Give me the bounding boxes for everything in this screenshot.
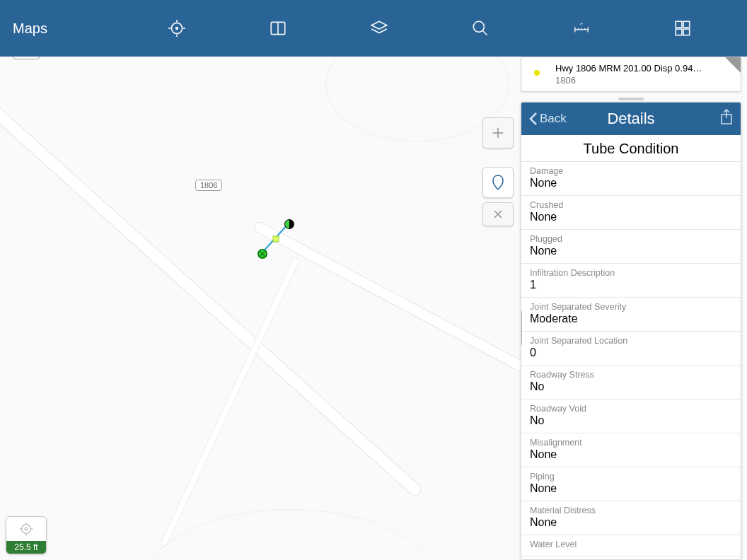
add-feature-button[interactable] <box>482 117 514 148</box>
detail-field: Joint Separated SeverityModerate <box>521 298 741 332</box>
field-label: Crushed <box>530 200 732 210</box>
card-corner-icon <box>725 57 741 73</box>
back-label: Back <box>540 112 567 126</box>
endpoint-marker[interactable] <box>284 219 294 229</box>
field-label: Material Distress <box>530 506 732 515</box>
field-value: 1 <box>530 279 732 291</box>
contour <box>325 57 509 141</box>
svg-rect-19 <box>676 29 682 35</box>
basemap-icon[interactable] <box>672 18 693 39</box>
svg-line-10 <box>482 30 487 35</box>
close-tools-button[interactable] <box>482 202 514 226</box>
feature-symbol-icon <box>534 70 540 76</box>
map-tool-column <box>482 113 516 226</box>
field-label: Misalignment <box>530 438 732 448</box>
back-button[interactable]: Back <box>528 111 567 127</box>
detail-field: Infiltration Description1 <box>521 264 741 298</box>
field-label: Plugged <box>530 234 732 244</box>
svg-rect-17 <box>676 21 682 28</box>
endpoint-marker[interactable] <box>257 249 267 259</box>
field-value: None <box>530 177 732 189</box>
svg-point-30 <box>25 527 28 530</box>
panel-grabber[interactable] <box>521 96 741 102</box>
app-title: Maps <box>13 21 112 37</box>
field-label: Roadway Void <box>530 404 732 414</box>
contour <box>141 509 439 560</box>
feature-summary-card[interactable]: Hwy 1806 MRM 201.00 Disp 0.94… 1806 <box>521 57 741 92</box>
svg-rect-18 <box>683 21 690 28</box>
field-value: None <box>530 482 732 495</box>
feature-subtitle: 1806 <box>555 75 734 86</box>
toolbar-icons <box>112 18 747 39</box>
collect-point-button[interactable] <box>482 167 514 198</box>
detail-field: DamageNone <box>521 162 741 196</box>
top-toolbar: Maps <box>0 0 747 57</box>
details-header: Back Details <box>521 103 741 135</box>
field-value: None <box>530 245 732 257</box>
field-label: Water Level <box>530 539 732 549</box>
gps-accuracy-value: 25.5 ft <box>6 541 46 554</box>
share-button[interactable] <box>719 109 734 129</box>
field-label: Roadway Stress <box>530 370 732 380</box>
detail-field: Water Level <box>521 535 741 556</box>
detail-field: PipingNone <box>521 467 741 501</box>
measure-icon[interactable] <box>571 18 592 39</box>
feature-title: Hwy 1806 MRM 201.00 Disp 0.94… <box>555 63 734 74</box>
detail-field: CrushedNone <box>521 196 741 230</box>
details-panel-stack: Hwy 1806 MRM 201.00 Disp 0.94… 1806 Back… <box>521 57 741 560</box>
route-shield: 1806 <box>13 57 40 59</box>
field-value: None <box>530 211 732 223</box>
route-shield: 1806 <box>195 180 222 191</box>
field-list[interactable]: DamageNoneCrushedNonePluggedNoneInfiltra… <box>521 161 741 559</box>
field-value: Moderate <box>530 313 732 325</box>
section-heading: Tube Condition <box>521 135 741 161</box>
road-segment <box>159 257 300 548</box>
field-value: No <box>530 414 732 427</box>
gps-accuracy-badge[interactable]: 25.5 ft <box>6 516 47 554</box>
search-icon[interactable] <box>470 18 491 39</box>
details-panel: Back Details Tube Condition DamageNoneCr… <box>521 102 741 560</box>
field-value: No <box>530 380 732 393</box>
scroll-indicator <box>521 310 522 346</box>
field-value: None <box>530 516 732 529</box>
svg-marker-8 <box>371 21 387 29</box>
svg-point-1 <box>175 27 178 30</box>
detail-field: MisalignmentNone <box>521 433 741 467</box>
detail-field: Roadway VoidNo <box>521 399 741 433</box>
detail-field: Joint Separated Location0 <box>521 332 741 366</box>
field-value: 0 <box>530 346 732 359</box>
svg-rect-20 <box>683 29 690 35</box>
svg-rect-22 <box>273 236 279 242</box>
bookmarks-icon[interactable] <box>267 18 289 39</box>
field-value: None <box>530 448 732 461</box>
svg-point-29 <box>22 525 31 534</box>
locate-icon[interactable] <box>166 18 187 39</box>
field-label: Piping <box>530 472 732 482</box>
gps-icon <box>18 521 34 537</box>
field-label: Joint Separated Severity <box>530 302 732 312</box>
detail-field: Material DistressNone <box>521 501 741 535</box>
layers-icon[interactable] <box>369 18 390 39</box>
svg-point-9 <box>473 21 484 32</box>
field-label: Infiltration Description <box>530 268 732 278</box>
detail-field: PluggedNone <box>521 230 741 264</box>
field-label: Joint Separated Location <box>530 336 732 346</box>
detail-field: Roadway StressNo <box>521 366 741 399</box>
field-label: Damage <box>530 166 732 176</box>
